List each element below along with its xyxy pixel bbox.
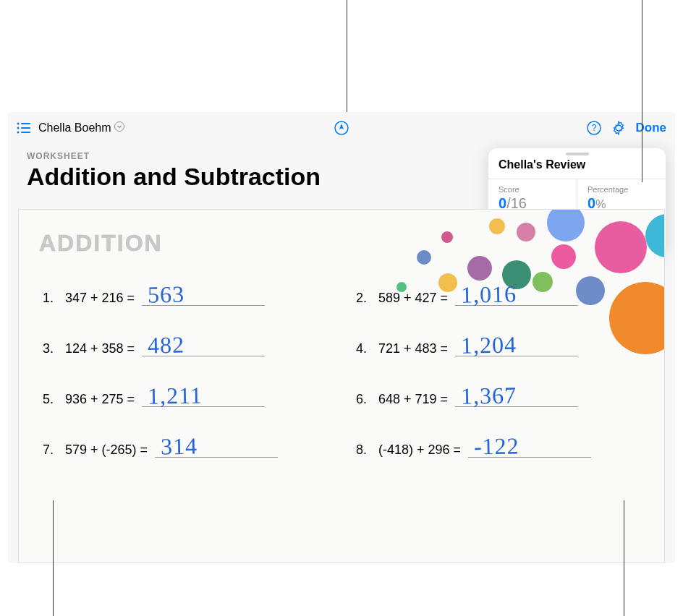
problem-number: 2. [352, 291, 367, 306]
done-button[interactable]: Done [636, 121, 667, 135]
worksheet-header: WORKSHEET Addition and Subtraction [27, 151, 321, 191]
handwritten-answer: 1,367 [461, 382, 517, 409]
callout-line-top-right [642, 0, 642, 182]
problem-number: 6. [352, 392, 367, 407]
decorative-dot [664, 260, 665, 309]
answer-field[interactable]: 482 [142, 336, 265, 356]
app-window: Chella Boehm ? Done WORKSHEET Addition a… [8, 112, 675, 563]
section-title: ADDITION [39, 230, 644, 257]
svg-rect-3 [21, 127, 30, 129]
answer-field[interactable]: 314 [155, 437, 278, 458]
toolbar: Chella Boehm ? Done [8, 112, 675, 144]
callout-line-bottom-left [53, 500, 54, 616]
callout-line-bottom-right [624, 500, 624, 616]
problem-row: 5.936 + 275 =1,211 [39, 387, 331, 407]
problem-row: 2.589 + 427 =1,016 [352, 286, 644, 306]
answer-field[interactable]: 1,016 [455, 286, 578, 306]
panel-grabber[interactable] [566, 153, 589, 155]
problem-row: 7.579 + (-265) =314 [39, 437, 331, 458]
problem-row: 1.347 + 216 =563 [39, 286, 331, 306]
markup-tool-button[interactable] [334, 121, 349, 135]
score-label: Score [499, 185, 567, 194]
problem-number: 4. [352, 341, 367, 356]
answer-field[interactable]: -122 [468, 437, 591, 458]
handwritten-answer: 482 [148, 332, 185, 359]
problem-row: 6.648 + 719 =1,367 [352, 387, 644, 407]
answer-field[interactable]: 1,367 [455, 387, 578, 407]
list-icon[interactable] [17, 122, 31, 134]
svg-rect-5 [21, 132, 30, 133]
svg-point-2 [17, 127, 20, 129]
problem-number: 5. [39, 392, 54, 407]
handwritten-answer: -122 [474, 432, 519, 460]
problem-row: 8.(-418) + 296 =-122 [352, 437, 644, 458]
student-selector[interactable]: Chella Boehm [38, 121, 124, 134]
review-title: Chella's Review [488, 158, 666, 179]
handwritten-answer: 563 [148, 281, 185, 309]
percentage-label: Percentage [587, 185, 656, 194]
worksheet-title: Addition and Subtraction [27, 163, 321, 191]
problem-expression: (-418) + 296 = [378, 442, 461, 458]
problem-expression: 579 + (-265) = [65, 442, 148, 458]
student-name: Chella Boehm [38, 121, 111, 134]
problem-number: 7. [39, 442, 54, 458]
handwritten-answer: 314 [161, 433, 198, 461]
problem-number: 8. [352, 442, 367, 458]
chevron-down-icon [114, 121, 124, 134]
svg-point-0 [17, 123, 20, 125]
problem-expression: 721 + 483 = [378, 341, 448, 356]
decorative-dot [645, 214, 665, 257]
toolbar-right: ? Done [587, 121, 667, 135]
worksheet-label: WORKSHEET [27, 151, 321, 161]
svg-point-4 [17, 132, 20, 134]
handwritten-answer: 1,211 [148, 382, 203, 409]
answer-field[interactable]: 563 [142, 286, 265, 306]
handwritten-answer: 1,204 [461, 331, 517, 359]
answer-field[interactable]: 1,211 [142, 387, 265, 407]
svg-point-6 [114, 122, 124, 132]
problem-number: 1. [39, 291, 54, 306]
problem-row: 3.124 + 358 =482 [39, 336, 331, 356]
problem-expression: 936 + 275 = [65, 392, 135, 407]
handwritten-answer: 1,016 [461, 281, 517, 308]
problem-expression: 124 + 358 = [65, 341, 135, 356]
problem-number: 3. [39, 341, 54, 356]
help-icon[interactable]: ? [587, 121, 601, 135]
gear-icon[interactable] [611, 121, 626, 135]
toolbar-left: Chella Boehm [17, 121, 124, 134]
decorative-dot [467, 256, 492, 281]
callout-line-top-center [347, 0, 347, 112]
problem-expression: 347 + 216 = [65, 291, 135, 306]
problem-row: 4.721 + 483 =1,204 [352, 336, 644, 356]
worksheet-body: ADDITION 1.347 + 216 =5632.589 + 427 =1,… [18, 209, 665, 563]
problem-expression: 589 + 427 = [378, 291, 448, 306]
svg-rect-1 [21, 123, 30, 124]
answer-field[interactable]: 1,204 [455, 336, 578, 356]
svg-text:?: ? [591, 123, 596, 133]
problems-grid: 1.347 + 216 =5632.589 + 427 =1,0163.124 … [39, 286, 644, 458]
problem-expression: 648 + 719 = [378, 392, 448, 407]
